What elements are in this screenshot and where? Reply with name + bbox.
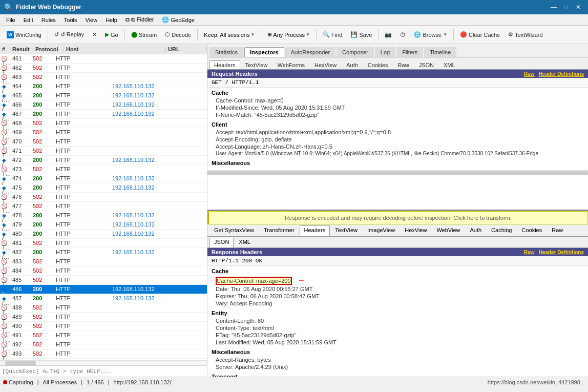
- tab-filters[interactable]: Filters: [396, 47, 423, 57]
- resp-tab-transformer[interactable]: Transformer: [259, 225, 299, 236]
- session-row[interactable]: 🚫 477 502 HTTP Tunnel to nav.smartscreen…: [0, 202, 207, 211]
- session-row[interactable]: 🚫 483 502 HTTP Tunnel to nav.smartscreen…: [0, 257, 207, 266]
- clear-cache-button[interactable]: 🔴 Clear Cache: [456, 29, 503, 40]
- resp-tab-caching[interactable]: Caching: [487, 225, 516, 236]
- req-tab-hexview[interactable]: HexView: [310, 60, 341, 69]
- capturing-button[interactable]: Capturing: [3, 379, 33, 385]
- req-tab-webforms[interactable]: WebForms: [272, 60, 309, 69]
- stream-button[interactable]: ⬤ Stream: [128, 29, 160, 40]
- resp-tab-raw[interactable]: Raw: [547, 225, 568, 236]
- save-button[interactable]: 💾 Save: [347, 29, 375, 40]
- session-row[interactable]: ◆ 467 200 HTTP 192.168.110.132 /game.jpg: [0, 110, 207, 119]
- req-tab-cookies[interactable]: Cookies: [363, 60, 393, 69]
- resp-tab2-xml[interactable]: XML: [234, 238, 255, 247]
- session-row[interactable]: ◆ 486 200 HTTP 192.168.110.132 /: [0, 285, 207, 294]
- close-button[interactable]: ✕: [573, 3, 584, 12]
- session-row[interactable]: 🚫 484 502 HTTP Tunnel to nav.smartscreen…: [0, 266, 207, 276]
- tab-statistics[interactable]: Statistics: [209, 47, 243, 57]
- req-tab-json[interactable]: JSON: [414, 60, 438, 69]
- resp-tab-cookies[interactable]: Cookies: [517, 225, 547, 236]
- session-row[interactable]: 🚫 481 502 HTTP Tunnel to nav.smartscreen…: [0, 239, 207, 248]
- session-row[interactable]: 🚫 462 502 HTTP Tunnel to nav.smartscreen…: [0, 64, 207, 73]
- session-row[interactable]: ◆ 466 200 HTTP 192.168.110.132 /: [0, 100, 207, 110]
- menu-fiddler[interactable]: ⧉ ⧉ Fiddler: [121, 15, 158, 24]
- any-process-dropdown[interactable]: ⊕ Any Process ▼: [264, 29, 313, 40]
- resp-tab2-json[interactable]: JSON: [209, 238, 234, 247]
- session-row[interactable]: 🚫 470 502 HTTP Tunnel to nav.smartscreen…: [0, 137, 207, 147]
- raw-link[interactable]: Raw: [524, 71, 535, 77]
- tab-log[interactable]: Log: [375, 47, 395, 57]
- session-scrollbar-thumb[interactable]: [5, 361, 36, 365]
- req-tab-auth[interactable]: Auth: [342, 60, 363, 69]
- camera-button[interactable]: 📷: [381, 29, 395, 40]
- session-row[interactable]: 🚫 491 502 HTTP Tunnel to g.live.com:443: [0, 331, 207, 340]
- menu-help[interactable]: Help: [101, 16, 121, 24]
- session-row[interactable]: 🚫 485 502 HTTP Tunnel to nav.smartscreen…: [0, 276, 207, 285]
- session-row[interactable]: ◆ 464 200 HTTP 192.168.110.132 /: [0, 82, 207, 91]
- resp-tab-syntaxview[interactable]: Get SyntaxView: [209, 225, 259, 236]
- req-hscroll[interactable]: [207, 170, 588, 175]
- go-button[interactable]: ▶ Go: [101, 29, 122, 40]
- find-button[interactable]: 🔍 Find: [319, 29, 346, 40]
- resp-tab-webview[interactable]: WebView: [432, 225, 465, 236]
- session-row[interactable]: ◆ 487 200 HTTP 192.168.110.132 /game.jpg: [0, 294, 207, 303]
- session-row[interactable]: 🚫 463 502 HTTP Tunnel to nav.smartscreen…: [0, 73, 207, 82]
- replay-button[interactable]: ↺ ↺ Replay: [51, 29, 88, 40]
- session-row[interactable]: ◆ 472 200 HTTP 192.168.110.132 /: [0, 156, 207, 165]
- req-tab-headers[interactable]: Headers: [209, 60, 240, 69]
- session-row[interactable]: 🚫 476 502 HTTP Tunnel to nav.smartscreen…: [0, 193, 207, 202]
- session-row[interactable]: 🚫 473 502 HTTP Tunnel to nav.smartscreen…: [0, 165, 207, 174]
- session-row[interactable]: 🚫 471 502 HTTP Tunnel to nav.smartscreen…: [0, 147, 207, 156]
- session-row[interactable]: ◆ 474 200 HTTP 192.168.110.132 /: [0, 174, 207, 183]
- header-defs-link[interactable]: Header Definitions: [539, 71, 584, 77]
- remove-button[interactable]: ✕: [89, 29, 100, 40]
- menu-rules[interactable]: Rules: [37, 16, 60, 24]
- text-wizard-button[interactable]: ⚙ TextWizard: [505, 29, 546, 40]
- session-row[interactable]: 🚫 488 502 HTTP Tunnel to nav.smartscreen…: [0, 303, 207, 313]
- session-row[interactable]: 🚫 468 502 HTTP Tunnel to nav.smartscreen…: [0, 119, 207, 128]
- keep-dropdown[interactable]: Keep: All sessions ▼: [200, 30, 258, 40]
- req-tab-textview[interactable]: TextView: [241, 60, 272, 69]
- session-row[interactable]: 🚫 469 502 HTTP Tunnel to nav.smartscreen…: [0, 128, 207, 137]
- resp-tab-imageview[interactable]: ImageView: [363, 225, 400, 236]
- warning-banner[interactable]: Response is encoded and may require deco…: [207, 211, 588, 224]
- menu-edit[interactable]: Edit: [19, 16, 37, 24]
- resp-raw-link[interactable]: Raw: [524, 250, 535, 255]
- session-scrollbar-h[interactable]: [0, 360, 207, 365]
- session-row[interactable]: 🚫 493 502 HTTP Tunnel to mobile.pipe.ari…: [0, 349, 207, 359]
- req-tab-xml[interactable]: XML: [439, 60, 460, 69]
- session-list[interactable]: 🚫 461 502 HTTP Tunnel to nav.smartscreen…: [0, 54, 207, 360]
- menu-view[interactable]: View: [81, 16, 102, 24]
- menu-geoedge[interactable]: 🌐 GeoEdge: [158, 15, 198, 24]
- session-row[interactable]: 🚫 461 502 HTTP Tunnel to nav.smartscreen…: [0, 54, 207, 64]
- session-row[interactable]: ◆ 479 200 HTTP 192.168.110.132 /game.jpg: [0, 220, 207, 230]
- winconfig-button[interactable]: W WinConfig: [3, 30, 45, 40]
- session-row[interactable]: ◆ 480 200 HTTP 192.168.110.132 /: [0, 230, 207, 239]
- maximize-button[interactable]: □: [560, 3, 572, 12]
- session-row[interactable]: ◆ 465 200 HTTP 192.168.110.132 /game.jpg: [0, 91, 207, 100]
- resp-tab-textview[interactable]: TextView: [330, 225, 362, 236]
- resp-tab-hexview[interactable]: HexView: [400, 225, 431, 236]
- session-row[interactable]: ◆ 482 200 HTTP 192.168.110.132 /game.jpg: [0, 248, 207, 257]
- tab-autoresponder[interactable]: AutoResponder: [285, 47, 335, 57]
- resp-tab-headers[interactable]: Headers: [300, 225, 330, 236]
- session-row[interactable]: 🚫 489 502 HTTP Tunnel to nav.smartscreen…: [0, 313, 207, 322]
- browse-button[interactable]: 🌐 Browse ▼: [410, 29, 451, 40]
- resp-header-defs-link[interactable]: Header Definitions: [539, 250, 584, 255]
- resp-tab-auth[interactable]: Auth: [465, 225, 486, 236]
- req-hscroll-thumb[interactable]: [207, 171, 588, 175]
- quick-exec-input[interactable]: [2, 368, 205, 375]
- session-row[interactable]: ◆ 475 200 HTTP 192.168.110.132 /game.jpg: [0, 183, 207, 193]
- tab-inspectors[interactable]: Inspectors: [244, 47, 284, 57]
- session-row[interactable]: 🚫 492 502 HTTP Tunnel to mobile.pipe.ari…: [0, 340, 207, 349]
- req-tab-raw[interactable]: Raw: [393, 60, 414, 69]
- timer-button[interactable]: ⏱: [396, 30, 409, 40]
- session-row[interactable]: 🚫 490 502 HTTP Tunnel to nav.smartscreen…: [0, 322, 207, 331]
- tab-composer[interactable]: Composer: [337, 47, 374, 57]
- decode-button[interactable]: ⬡ Decode: [161, 29, 195, 40]
- menu-tools[interactable]: Tools: [60, 16, 81, 24]
- tab-timeline[interactable]: Timeline: [424, 47, 456, 57]
- menu-file[interactable]: File: [2, 16, 19, 24]
- minimize-button[interactable]: —: [548, 3, 559, 12]
- session-row[interactable]: ◆ 478 200 HTTP 192.168.110.132 /: [0, 211, 207, 220]
